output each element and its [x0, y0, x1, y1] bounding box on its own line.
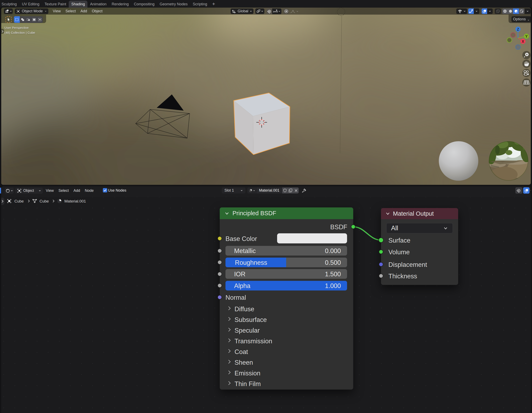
svg-text:Z: Z: [517, 27, 519, 31]
svg-text:Y: Y: [525, 34, 528, 38]
svg-text:X: X: [522, 39, 524, 44]
